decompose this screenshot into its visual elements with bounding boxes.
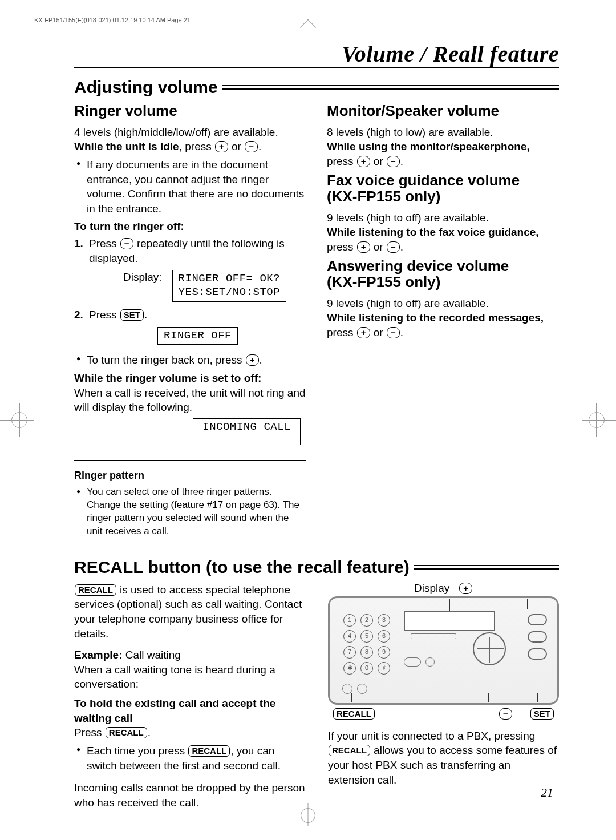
plus-key-icon: + (357, 327, 370, 338)
section-recall: RECALL button (to use the recall feature… (74, 559, 559, 576)
button-bar-icon (411, 633, 456, 639)
recall-drop-note: Incoming calls cannot be dropped by the … (74, 781, 305, 810)
ringer-pattern-note: Ringer pattern You can select one of thr… (74, 469, 306, 538)
page-number: 21 (541, 785, 553, 800)
minus-key-icon: − (387, 327, 400, 338)
press-recall: Press RECALL. (74, 725, 305, 740)
button-icon (342, 684, 352, 694)
button-icon (425, 657, 435, 667)
button-icon (528, 614, 547, 625)
crop-mark-icon (0, 420, 34, 421)
leader-line-icon (449, 599, 450, 611)
set-key-icon: SET (530, 708, 554, 720)
leader-line-icon (488, 693, 489, 702)
navigation-pad-icon (473, 632, 506, 665)
ringer-idle: While the unit is idle, press + or −. (74, 139, 306, 154)
minus-key-icon: − (387, 241, 400, 253)
right-column: Monitor/Speaker volume 8 levels (high to… (327, 103, 559, 542)
plus-key-icon: + (459, 583, 472, 594)
plus-key-icon: + (246, 354, 259, 366)
answering-instruction: While listening to the recorded messages… (327, 310, 559, 340)
button-icon (528, 631, 547, 643)
section-adjusting-volume: Adjusting volume (74, 79, 559, 96)
ringer-set-off-body: When a call is received, the unit will n… (74, 386, 306, 415)
step-2: 2.Press SET. RINGER OFF (74, 308, 306, 345)
minus-key-icon: − (245, 141, 258, 152)
recall-left: RECALL is used to access special telepho… (74, 583, 305, 810)
monitor-line1: 8 levels (high to low) are available. (327, 125, 559, 140)
button-icon (357, 684, 367, 694)
crop-mark-icon (596, 403, 597, 437)
leader-line-icon (351, 693, 352, 702)
recall-key-icon: RECALL (333, 708, 375, 720)
lcd-ringer-off-prompt: RINGER OFF= OK? YES:SET/NO:STOP (172, 270, 287, 302)
label-display: Display (414, 583, 449, 593)
crop-header: KX-FP151/155(E)(018-021) 01.12.19 10:14 … (34, 17, 191, 23)
crop-mark-icon (582, 420, 616, 421)
lcd-ringer-off: RINGER OFF (157, 327, 238, 345)
faxvoice-line1: 9 levels (high to off) are available. (327, 211, 559, 225)
page-title-bar: Volume / Reall feature (74, 43, 559, 68)
recall-key-icon: RECALL (329, 745, 370, 756)
leader-line-icon (527, 599, 528, 609)
set-key-icon: SET (120, 309, 144, 321)
recall-right: Display + 123 456 789 ✱0♯ (328, 583, 559, 810)
page-title: Volume / Reall feature (74, 43, 559, 66)
button-icon (528, 648, 547, 660)
step-1: 1.Press − repeatedly until the following… (74, 236, 306, 302)
leader-line-icon (537, 693, 538, 702)
recall-intro: RECALL is used to access special telepho… (74, 583, 305, 641)
recall-key-icon: RECALL (106, 727, 147, 738)
pbx-note: If your unit is connected to a PBX, pres… (328, 729, 559, 788)
minus-key-icon: − (387, 156, 400, 167)
heading-answering-volume: Answering device volume (KX-FP155 only) (327, 258, 559, 290)
plus-key-icon: + (357, 241, 370, 253)
recall-example-head: Example: Call waiting (74, 648, 305, 663)
divider (74, 460, 306, 461)
heading-monitor-volume: Monitor/Speaker volume (327, 103, 559, 119)
display-label: Display: (123, 270, 162, 285)
heading-ringer-volume: Ringer volume (74, 103, 306, 119)
recall-switch-note: Each time you press RECALL, you can swit… (76, 744, 305, 773)
minus-key-icon: − (120, 238, 133, 249)
manual-page: KX-FP151/155(E)(018-021) 01.12.19 10:14 … (0, 0, 616, 840)
ringer-note-doc-entrance: If any documents are in the document ent… (76, 158, 306, 216)
button-icon (404, 657, 421, 667)
ringer-intro: 4 levels (high/middle/low/off) are avail… (74, 125, 306, 140)
recall-key-icon: RECALL (188, 745, 230, 757)
recall-example-body: When a call waiting tone is heard during… (74, 663, 305, 692)
crop-mark-icon (300, 19, 316, 35)
crop-mark-icon (308, 803, 309, 826)
hold-call-heading: To hold the existing call and accept the… (74, 696, 305, 725)
answering-line1: 9 levels (high to off) are available. (327, 296, 559, 311)
dial-pad-icon: 123 456 789 ✱0♯ (343, 614, 390, 675)
display-screen-icon (404, 611, 495, 631)
crop-mark-icon (19, 403, 20, 437)
monitor-instruction: While using the monitor/speakerphone,pre… (327, 139, 559, 168)
device-illustration: 123 456 789 ✱0♯ (328, 596, 559, 705)
faxvoice-instruction: While listening to the fax voice guidanc… (327, 225, 559, 254)
heading-fax-voice-volume: Fax voice guidance volume (KX-FP155 only… (327, 172, 559, 205)
left-column: Ringer volume 4 levels (high/middle/low/… (74, 103, 306, 542)
ringer-set-off-heading: While the ringer volume is set to off: (74, 371, 306, 386)
minus-key-icon: − (499, 708, 512, 720)
plus-key-icon: + (357, 156, 370, 167)
lcd-incoming-call: INCOMING CALL (193, 418, 301, 445)
plus-key-icon: + (215, 141, 228, 152)
turn-off-heading: To turn the ringer off: (74, 219, 306, 234)
ringer-back-on: To turn the ringer back on, press +. (76, 353, 306, 368)
recall-key-icon: RECALL (75, 584, 116, 596)
